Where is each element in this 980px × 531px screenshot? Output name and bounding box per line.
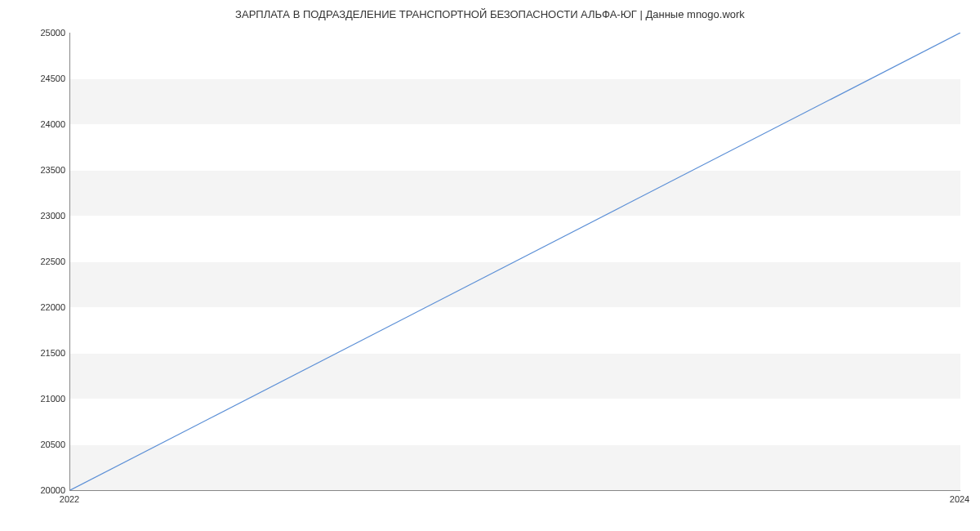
chart-container: ЗАРПЛАТА В ПОДРАЗДЕЛЕНИЕ ТРАНСПОРТНОЙ БЕ…: [0, 0, 980, 531]
y-tick-label: 21500: [8, 348, 65, 358]
y-tick-label: 22500: [8, 257, 65, 266]
y-tick-label: 23000: [8, 211, 65, 221]
chart-title: ЗАРПЛАТА В ПОДРАЗДЕЛЕНИЕ ТРАНСПОРТНОЙ БЕ…: [0, 8, 980, 20]
y-tick-label: 24500: [8, 74, 65, 83]
x-tick-label: 2024: [950, 494, 969, 504]
plot-area: [69, 33, 960, 491]
grid-line: [70, 490, 960, 491]
y-tick-label: 24000: [8, 119, 65, 129]
y-tick-label: 20000: [8, 485, 65, 495]
y-tick-label: 22000: [8, 302, 65, 312]
y-tick-label: 25000: [8, 28, 65, 38]
y-tick-label: 20500: [8, 440, 65, 449]
series-line: [70, 33, 960, 490]
x-tick-label: 2022: [60, 494, 79, 504]
y-tick-label: 21000: [8, 394, 65, 404]
y-tick-label: 23500: [8, 165, 65, 175]
